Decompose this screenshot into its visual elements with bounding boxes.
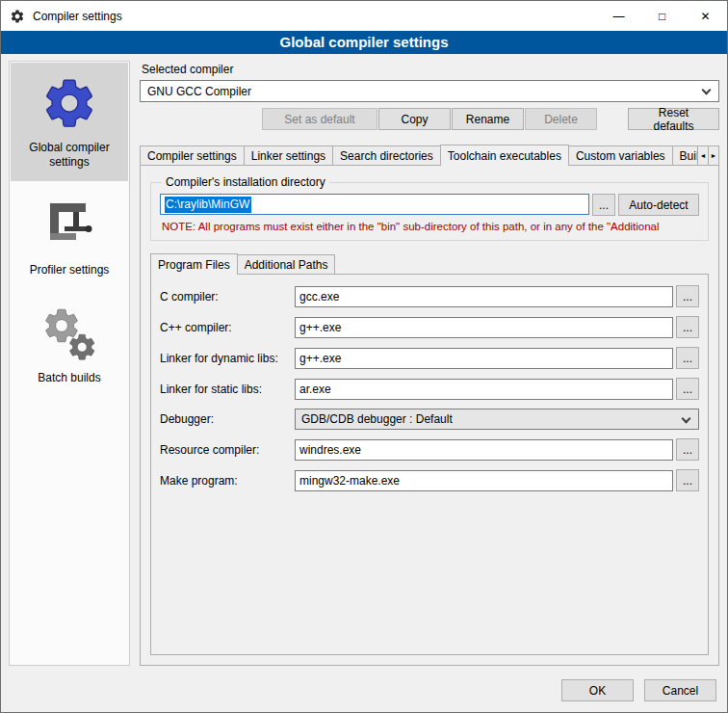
- installation-directory-value: C:\raylib\MinGW: [165, 197, 251, 213]
- tab-scroll-buttons: ◄ ►: [698, 145, 719, 165]
- tab-scroll-right-button[interactable]: ►: [708, 145, 719, 165]
- chevron-down-icon: [682, 414, 691, 424]
- form-row-linker-dynamic: Linker for dynamic libs: g++.exe ...: [160, 347, 699, 369]
- dialog-footer: OK Cancel: [1, 668, 727, 712]
- gray-gears-icon: [40, 304, 98, 362]
- app-icon: [10, 9, 25, 24]
- linker-dynamic-input[interactable]: g++.exe: [295, 348, 673, 369]
- browse-button[interactable]: ...: [676, 438, 699, 461]
- dialog-body: Global compiler settings Profiler settin…: [1, 54, 727, 668]
- form-row-make-program: Make program: mingw32-make.exe ...: [160, 469, 699, 491]
- cancel-button[interactable]: Cancel: [644, 679, 716, 701]
- browse-directory-button[interactable]: ...: [592, 194, 615, 216]
- tab-toolchain-executables[interactable]: Toolchain executables: [440, 145, 569, 166]
- chevron-down-icon: [702, 86, 712, 95]
- c-compiler-label: C compiler:: [160, 290, 292, 304]
- installation-directory-input[interactable]: C:\raylib\MinGW: [160, 194, 589, 215]
- blue-gear-icon: [40, 74, 98, 132]
- cpp-compiler-input[interactable]: g++.exe: [295, 317, 673, 338]
- toolchain-executables-panel: Compiler's installation directory C:\ray…: [140, 165, 719, 666]
- sidebar-item-profiler-settings[interactable]: Profiler settings: [11, 185, 128, 289]
- installation-directory-legend: Compiler's installation directory: [162, 175, 329, 189]
- tab-compiler-settings[interactable]: Compiler settings: [140, 145, 245, 165]
- clamp-icon: [40, 197, 98, 254]
- selected-compiler-value: GNU GCC Compiler: [147, 85, 251, 98]
- delete-button[interactable]: Delete: [525, 108, 597, 130]
- dialog-header-title: Global compiler settings: [1, 31, 727, 54]
- browse-button[interactable]: ...: [676, 316, 699, 338]
- main-content: Selected compiler GNU GCC Compiler Set a…: [140, 61, 719, 666]
- resource-compiler-input[interactable]: windres.exe: [295, 439, 673, 461]
- titlebar[interactable]: Compiler settings — □ ✕: [1, 1, 727, 31]
- browse-button[interactable]: ...: [676, 469, 699, 491]
- linker-static-input[interactable]: ar.exe: [295, 379, 673, 400]
- window-title: Compiler settings: [33, 10, 122, 23]
- selected-compiler-label: Selected compiler: [142, 63, 719, 76]
- set-as-default-button[interactable]: Set as default: [262, 108, 377, 130]
- make-program-input[interactable]: mingw32-make.exe: [295, 470, 673, 491]
- sidebar-item-global-compiler-settings[interactable]: Global compiler settings: [11, 63, 128, 181]
- files-subtabstrip: Program Files Additional Paths: [150, 252, 709, 274]
- reset-defaults-button[interactable]: Reset defaults: [628, 108, 719, 130]
- tab-additional-paths[interactable]: Additional Paths: [237, 254, 336, 274]
- browse-button[interactable]: ...: [676, 378, 699, 400]
- form-row-debugger: Debugger: GDB/CDB debugger : Default: [160, 409, 699, 430]
- tab-program-files[interactable]: Program Files: [150, 253, 238, 275]
- settings-tabstrip: Compiler settings Linker settings Search…: [140, 144, 719, 165]
- close-button[interactable]: ✕: [684, 1, 727, 31]
- form-row-resource-compiler: Resource compiler: windres.exe ...: [160, 438, 699, 461]
- minimize-button[interactable]: —: [597, 1, 640, 31]
- sidebar-item-label: Batch builds: [38, 371, 100, 385]
- rename-button[interactable]: Rename: [452, 108, 524, 130]
- form-row-cpp-compiler: C++ compiler: g++.exe ...: [160, 316, 699, 338]
- installation-directory-row: C:\raylib\MinGW ... Auto-detect: [160, 194, 699, 216]
- sidebar-item-batch-builds[interactable]: Batch builds: [11, 293, 128, 397]
- browse-button[interactable]: ...: [676, 285, 699, 307]
- sidebar-item-label: Profiler settings: [30, 263, 110, 277]
- tab-linker-settings[interactable]: Linker settings: [244, 145, 333, 165]
- browse-button[interactable]: ...: [676, 347, 699, 369]
- linker-dynamic-label: Linker for dynamic libs:: [160, 352, 292, 365]
- copy-button[interactable]: Copy: [378, 108, 451, 130]
- maximize-button[interactable]: □: [640, 1, 684, 31]
- auto-detect-button[interactable]: Auto-detect: [618, 194, 699, 216]
- program-files-panel: C compiler: gcc.exe ... C++ compiler: g+…: [150, 274, 709, 655]
- form-row-linker-static: Linker for static libs: ar.exe ...: [160, 378, 699, 400]
- linker-static-label: Linker for static libs:: [160, 383, 292, 396]
- installation-directory-group: Compiler's installation directory C:\ray…: [150, 175, 709, 241]
- debugger-label: Debugger:: [160, 412, 292, 426]
- resource-compiler-label: Resource compiler:: [160, 443, 292, 457]
- installation-note: NOTE: All programs must exist either in …: [162, 221, 697, 232]
- make-program-label: Make program:: [160, 474, 292, 488]
- sidebar-item-label: Global compiler settings: [14, 141, 124, 170]
- tab-custom-variables[interactable]: Custom variables: [568, 145, 673, 165]
- tab-search-directories[interactable]: Search directories: [332, 145, 441, 165]
- cpp-compiler-label: C++ compiler:: [160, 321, 292, 334]
- settings-category-sidebar: Global compiler settings Profiler settin…: [9, 61, 130, 666]
- debugger-value: GDB/CDB debugger : Default: [301, 412, 453, 426]
- ok-button[interactable]: OK: [561, 679, 634, 701]
- compiler-settings-window: Compiler settings — □ ✕ Global compiler …: [0, 0, 728, 713]
- compiler-actions: Set as default Copy Rename Delete Reset …: [140, 108, 719, 130]
- selected-compiler-combobox[interactable]: GNU GCC Compiler: [140, 80, 719, 102]
- tab-build-options-clipped[interactable]: Buil: [672, 145, 699, 165]
- form-row-c-compiler: C compiler: gcc.exe ...: [160, 285, 699, 307]
- c-compiler-input[interactable]: gcc.exe: [295, 286, 673, 307]
- window-controls: — □ ✕: [597, 1, 727, 31]
- debugger-select[interactable]: GDB/CDB debugger : Default: [295, 409, 699, 430]
